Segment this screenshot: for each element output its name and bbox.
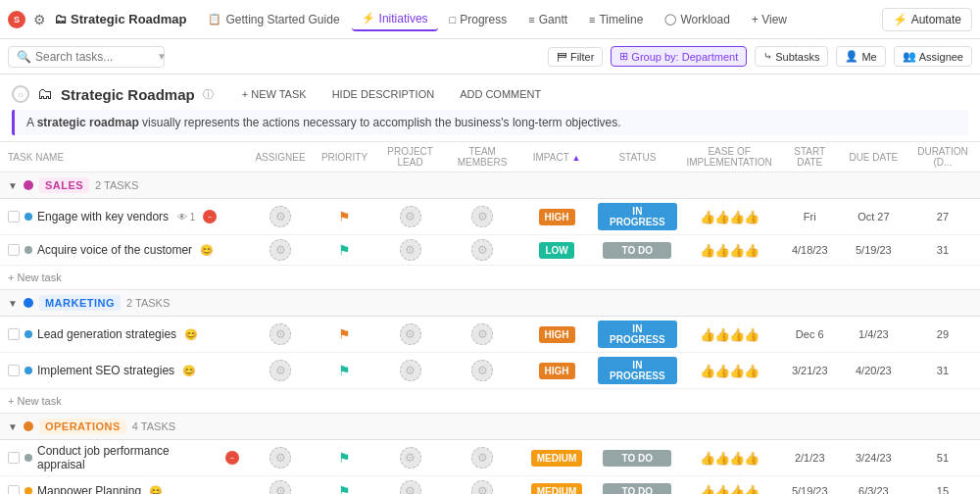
search-box[interactable]: 🔍 ▼ [8, 46, 165, 68]
task-status[interactable]: IN PROGRESS [594, 353, 680, 389]
section-header-marketing[interactable]: ▼ MARKETING 2 TASKS [0, 290, 980, 317]
project-lead-avatar[interactable]: ⚙ [400, 360, 421, 381]
task-priority[interactable]: ⚑ [314, 199, 375, 235]
project-lead-avatar[interactable]: ⚙ [400, 239, 421, 261]
add-comment-button[interactable]: ADD COMMENT [451, 84, 550, 104]
priority-flag-icon[interactable]: ⚑ [338, 483, 351, 494]
task-team-members[interactable]: ⚙ [445, 440, 519, 476]
tab-getting-started[interactable]: 📋 Getting Started Guide [198, 9, 349, 30]
status-badge[interactable]: TO DO [603, 483, 671, 495]
add-task-row-sales[interactable]: + New task [0, 266, 980, 290]
team-member-avatar[interactable]: ⚙ [471, 480, 493, 494]
subtasks-button[interactable]: ⤷ Subtasks [755, 46, 828, 67]
priority-flag-icon[interactable]: ⚑ [338, 363, 351, 378]
group-by-button[interactable]: ⊞ Group by: Department [611, 46, 747, 67]
tab-gantt[interactable]: ≡ Gantt [518, 9, 577, 30]
add-task-row-marketing[interactable]: + New task [0, 389, 980, 414]
task-priority[interactable]: ⚑ [314, 317, 375, 353]
project-lead-avatar[interactable]: ⚙ [400, 206, 421, 227]
assignee-avatar[interactable]: ⚙ [270, 239, 291, 261]
task-project-lead[interactable]: ⚙ [375, 440, 445, 476]
task-assignee[interactable]: ⚙ [247, 317, 314, 353]
section-header-operations[interactable]: ▼ OPERATIONS 4 TASKS [0, 414, 980, 440]
task-status[interactable]: IN PROGRESS [594, 317, 680, 353]
task-priority[interactable]: ⚑ [314, 235, 375, 266]
task-checkbox[interactable] [8, 211, 20, 222]
task-team-members[interactable]: ⚙ [445, 317, 519, 353]
task-priority[interactable]: ⚑ [314, 476, 375, 495]
team-member-avatar[interactable]: ⚙ [471, 239, 493, 261]
main-content[interactable]: TASK NAME ASSIGNEE PRIORITY PROJECT LEAD… [0, 142, 980, 494]
tab-add-view[interactable]: + View [742, 9, 797, 30]
assignee-avatar[interactable]: ⚙ [270, 323, 291, 345]
filter-button[interactable]: ⛿ Filter [548, 47, 603, 67]
hide-description-button[interactable]: HIDE DESCRIPTION [323, 84, 444, 104]
status-badge[interactable]: TO DO [603, 450, 671, 467]
status-badge[interactable]: TO DO [603, 242, 671, 259]
settings-icon[interactable]: ⚙ [29, 8, 50, 31]
task-project-lead[interactable]: ⚙ [375, 199, 445, 235]
task-team-members[interactable]: ⚙ [445, 476, 519, 495]
section-header-sales[interactable]: ▼ SALES 2 TASKS [0, 173, 980, 199]
assignee-avatar[interactable]: ⚙ [270, 447, 291, 469]
task-priority[interactable]: ⚑ [314, 440, 375, 476]
task-status[interactable]: TO DO [594, 476, 680, 495]
team-member-avatar[interactable]: ⚙ [471, 360, 493, 381]
task-project-lead[interactable]: ⚙ [375, 317, 445, 353]
task-impact[interactable]: HIGH [519, 317, 594, 353]
status-badge[interactable]: IN PROGRESS [598, 203, 676, 230]
priority-flag-icon[interactable]: ⚑ [338, 326, 351, 342]
task-checkbox[interactable] [8, 452, 20, 464]
priority-flag-icon[interactable]: ⚑ [338, 450, 351, 466]
impact-sort-icon[interactable]: ▲ [571, 153, 580, 163]
task-checkbox[interactable] [8, 365, 20, 376]
task-assignee[interactable]: ⚙ [247, 353, 314, 389]
task-impact[interactable]: MEDIUM [519, 440, 594, 476]
task-team-members[interactable]: ⚙ [445, 199, 519, 235]
task-checkbox[interactable] [8, 328, 20, 340]
task-team-members[interactable]: ⚙ [445, 235, 519, 266]
status-badge[interactable]: IN PROGRESS [598, 357, 676, 384]
priority-flag-icon[interactable]: ⚑ [338, 209, 351, 224]
task-priority[interactable]: ⚑ [314, 353, 375, 389]
task-assignee[interactable]: ⚙ [247, 235, 314, 266]
me-button[interactable]: 👤 Me [836, 46, 885, 67]
priority-flag-icon[interactable]: ⚑ [338, 242, 351, 258]
project-lead-avatar[interactable]: ⚙ [400, 480, 421, 494]
task-project-lead[interactable]: ⚙ [375, 476, 445, 495]
add-task-button[interactable]: + New task [8, 395, 62, 407]
task-impact[interactable]: HIGH [519, 199, 594, 235]
team-member-avatar[interactable]: ⚙ [471, 323, 493, 345]
task-status[interactable]: TO DO [594, 440, 680, 476]
assignee-button[interactable]: 👥 Assignee [894, 46, 972, 67]
assignee-avatar[interactable]: ⚙ [270, 360, 291, 381]
search-input[interactable] [35, 50, 153, 64]
tab-timeline[interactable]: ≡ Timeline [579, 9, 653, 30]
collapse-icon[interactable]: ○ [12, 85, 29, 103]
add-task-button[interactable]: + New task [8, 272, 62, 283]
task-assignee[interactable]: ⚙ [247, 440, 314, 476]
task-assignee[interactable]: ⚙ [247, 476, 314, 495]
assignee-avatar[interactable]: ⚙ [270, 480, 291, 494]
tab-progress[interactable]: □ Progress [440, 9, 517, 30]
new-task-button[interactable]: + NEW TASK [233, 84, 316, 104]
team-member-avatar[interactable]: ⚙ [471, 447, 493, 469]
task-impact[interactable]: HIGH [519, 353, 594, 389]
project-lead-avatar[interactable]: ⚙ [400, 323, 421, 345]
task-team-members[interactable]: ⚙ [445, 353, 519, 389]
tab-initiatives[interactable]: ⚡ Initiatives [352, 8, 438, 31]
task-impact[interactable]: MEDIUM [519, 476, 594, 495]
task-assignee[interactable]: ⚙ [247, 199, 314, 235]
assignee-avatar[interactable]: ⚙ [270, 206, 291, 227]
task-checkbox[interactable] [8, 244, 20, 256]
tab-workload[interactable]: ◯ Workload [655, 9, 739, 30]
automate-button[interactable]: ⚡ Automate [882, 8, 972, 31]
team-member-avatar[interactable]: ⚙ [471, 206, 493, 227]
status-badge[interactable]: IN PROGRESS [598, 321, 676, 348]
task-status[interactable]: TO DO [594, 235, 680, 266]
project-lead-avatar[interactable]: ⚙ [400, 447, 421, 469]
task-status[interactable]: IN PROGRESS [594, 199, 680, 235]
task-impact[interactable]: LOW [519, 235, 594, 266]
task-project-lead[interactable]: ⚙ [375, 235, 445, 266]
task-checkbox[interactable] [8, 485, 20, 494]
